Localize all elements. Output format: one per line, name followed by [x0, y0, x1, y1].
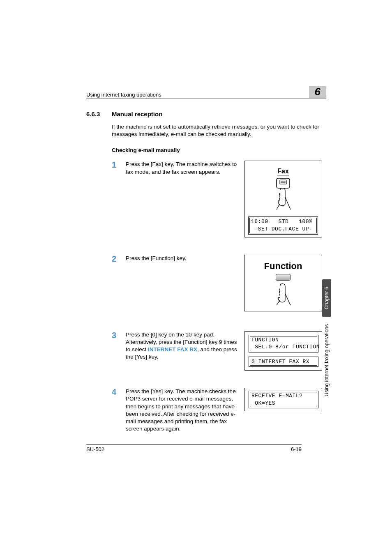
function-key-icon	[276, 274, 291, 281]
side-tab: Chapter 6 Using internet faxing operatio…	[322, 279, 331, 401]
lcd-screen: RECEIVE E-MAIL? OK=YES	[249, 391, 318, 408]
page-header: Using internet faxing operations 6	[86, 86, 326, 99]
side-caption: Using internet faxing operations	[323, 319, 330, 401]
lcd-screen: 16:00 STD 100% -SET DOC.FACE UP-	[248, 216, 318, 234]
svg-rect-1	[280, 180, 286, 184]
section-number: 6.6.3	[86, 111, 112, 117]
step-text: Press the [Fax] key. The machine switche…	[126, 161, 244, 175]
lcd-screen: 0 INTERNET FAX RX	[249, 357, 318, 367]
lcd-line: SEL.0-8/or FUNCTION	[251, 344, 320, 350]
section-heading: 6.6.3 Manual reception	[86, 111, 326, 117]
lcd-line: RECEIVE E-MAIL?	[251, 393, 303, 399]
step-text: Press the [Yes] key. The machine checks …	[126, 388, 244, 433]
chapter-tab: Chapter 6	[322, 279, 331, 317]
step-number: 3	[112, 331, 126, 339]
fax-key-icon	[271, 177, 295, 211]
function-label: Function	[244, 261, 322, 272]
footer-right: 6-19	[291, 446, 302, 452]
lcd-line: 0 INTERNET FAX RX	[251, 359, 309, 365]
lcd-line: OK=YES	[251, 400, 275, 406]
step-2: 2 Press the [Function] key. Function	[112, 255, 326, 311]
lcd-line: 16:00 STD 100%	[251, 219, 312, 225]
fax-label: Fax	[277, 168, 289, 175]
header-left: Using internet faxing operations	[86, 92, 161, 98]
footer-left: SU-502	[86, 446, 104, 452]
step-number: 1	[112, 161, 126, 169]
lcd-screen: FUNCTION SEL.0-8/or FUNCTION	[249, 335, 318, 352]
figure-step4: RECEIVE E-MAIL? OK=YES	[244, 388, 326, 411]
step-text-highlight: INTERNET FAX RX	[148, 346, 197, 352]
section-title: Manual reception	[112, 111, 162, 117]
step-1: 1 Press the [Fax] key. The machine switc…	[112, 161, 326, 237]
step-number: 2	[112, 255, 126, 263]
finger-press-icon	[244, 282, 322, 307]
figure-step2: Function	[244, 255, 326, 311]
page-footer: SU-502 6-19	[86, 444, 302, 452]
step-4: 4 Press the [Yes] key. The machine check…	[112, 388, 326, 433]
section-intro: If the machine is not set to automatical…	[112, 123, 326, 138]
header-chapter-badge: 6	[309, 86, 326, 98]
figure-step1: Fax 16:00 STD 100% -SET D	[244, 161, 326, 237]
step-text: Press the [Function] key.	[126, 255, 244, 262]
figure-step3: FUNCTION SEL.0-8/or FUNCTION 0 INTERNET …	[244, 331, 326, 371]
step-3: 3 Press the [0] key on the 10-key pad. A…	[112, 331, 326, 371]
lcd-line: FUNCTION	[251, 337, 279, 343]
step-number: 4	[112, 388, 126, 396]
lcd-line: -SET DOC.FACE UP-	[251, 226, 312, 232]
step-text: Press the [0] key on the 10-key pad. Alt…	[126, 331, 244, 361]
section-subtitle: Checking e-mail manually	[112, 147, 326, 153]
